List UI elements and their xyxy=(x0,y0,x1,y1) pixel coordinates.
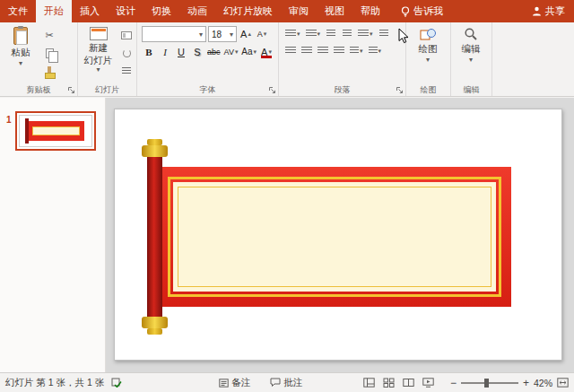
comments-label: 批注 xyxy=(283,377,302,389)
new-slide-dropdown-icon[interactable]: ▾ xyxy=(96,67,100,73)
grow-arrow-icon: ▴ xyxy=(248,30,251,38)
slide-canvas[interactable] xyxy=(106,98,574,372)
columns-button[interactable]: ▾ xyxy=(348,43,365,58)
notes-icon xyxy=(219,379,229,388)
section-button[interactable] xyxy=(118,64,135,79)
shrink-font-icon: A xyxy=(257,30,263,39)
justify-button[interactable] xyxy=(332,43,346,58)
slide-1-thumbnail[interactable] xyxy=(15,111,96,151)
zoom-controls: − + 42% xyxy=(450,378,569,388)
font-name-combo[interactable]: ▾ xyxy=(142,26,206,42)
indent-decrease-button[interactable] xyxy=(324,26,338,41)
editing-group-label: 编辑 xyxy=(451,85,491,95)
notes-label: 备注 xyxy=(231,377,250,389)
tab-review[interactable]: 审阅 xyxy=(281,0,317,22)
font-group-label: 字体 xyxy=(137,85,278,95)
normal-view-button[interactable] xyxy=(363,378,375,388)
reset-slide-button[interactable] xyxy=(118,46,135,61)
spell-check-button[interactable] xyxy=(111,378,122,388)
font-size-dropdown-icon: ▾ xyxy=(230,30,233,39)
drawing-dropdown-icon[interactable]: ▾ xyxy=(426,57,430,63)
slide-counter: 幻灯片 第 1 张，共 1 张 xyxy=(5,377,104,389)
strikethrough-button[interactable]: abc xyxy=(206,44,222,59)
reading-view-button[interactable] xyxy=(403,378,414,388)
indent-increase-icon xyxy=(343,30,352,38)
paste-dropdown-icon[interactable]: ▾ xyxy=(19,61,22,66)
editing-dropdown-icon[interactable]: ▾ xyxy=(469,57,473,63)
align-right-button[interactable] xyxy=(316,43,330,58)
text-direction-button[interactable] xyxy=(377,26,391,41)
format-painter-button[interactable] xyxy=(41,64,57,79)
slide-layout-button[interactable] xyxy=(118,28,135,43)
indent-increase-button[interactable] xyxy=(340,26,354,41)
grow-font-button[interactable]: A▴ xyxy=(239,27,253,42)
tab-file[interactable]: 文件 xyxy=(0,0,36,22)
tab-help[interactable]: 帮助 xyxy=(352,0,388,22)
copy-button[interactable] xyxy=(41,46,57,61)
paste-button[interactable]: 粘贴 ▾ xyxy=(2,25,39,83)
tab-view[interactable]: 视图 xyxy=(317,0,352,22)
character-spacing-button[interactable]: AV▾ xyxy=(223,44,239,59)
slide-editing-surface[interactable] xyxy=(114,109,562,361)
scroll-roller-bottom-cap xyxy=(142,317,168,328)
clipboard-group: 粘贴 ▾ ✂ 剪贴板 xyxy=(0,22,78,96)
line-spacing-button[interactable]: ▾ xyxy=(356,26,375,41)
ribbon-tab-bar: 文件 开始 插入 设计 切换 动画 幻灯片放映 审阅 视图 帮助 告诉我 共享 xyxy=(0,0,574,22)
fit-slide-to-window-button[interactable] xyxy=(557,378,569,388)
zoom-in-button[interactable]: + xyxy=(523,379,529,388)
slide-1-thumbnail-preview xyxy=(19,115,92,147)
paragraph-group-label: 段落 xyxy=(279,85,405,95)
tab-home[interactable]: 开始 xyxy=(36,0,72,22)
tab-design[interactable]: 设计 xyxy=(108,0,144,22)
tab-animations[interactable]: 动画 xyxy=(179,0,215,22)
slide-sorter-button[interactable] xyxy=(383,378,395,388)
tell-me-button[interactable]: 告诉我 xyxy=(394,0,450,22)
bullets-button[interactable]: ▾ xyxy=(283,26,302,41)
paragraph-group: ▾ ▾ ▾ ▾ ▾ 段落 xyxy=(279,22,406,96)
scroll-roller-shape[interactable] xyxy=(147,154,162,319)
slideshow-view-button[interactable] xyxy=(422,378,434,388)
new-slide-icon xyxy=(90,27,108,40)
align-left-icon xyxy=(285,47,296,55)
align-center-button[interactable] xyxy=(300,43,314,58)
scroll-banner-shape[interactable] xyxy=(158,167,511,307)
comments-button[interactable]: 批注 xyxy=(270,377,302,389)
font-dialog-launcher[interactable] xyxy=(268,86,276,94)
spacing-arrow-icon: ▾ xyxy=(235,48,239,56)
align-left-button[interactable] xyxy=(283,43,298,58)
change-case-button[interactable]: Aa▾ xyxy=(240,44,257,59)
format-painter-icon xyxy=(48,66,51,73)
scissors-icon: ✂ xyxy=(45,30,53,41)
section-icon xyxy=(122,67,131,75)
paragraph-dialog-launcher[interactable] xyxy=(396,86,404,94)
numbering-button[interactable]: ▾ xyxy=(304,26,323,41)
bold-button[interactable]: B xyxy=(142,44,156,59)
zoom-slider-thumb[interactable] xyxy=(484,379,489,388)
font-size-combo[interactable]: 18 ▾ xyxy=(208,26,237,42)
clipboard-dialog-launcher[interactable] xyxy=(67,86,75,94)
font-color-button[interactable]: A▾ xyxy=(259,44,274,59)
italic-button[interactable]: I xyxy=(158,44,172,59)
zoom-percentage[interactable]: 42% xyxy=(534,378,552,388)
zoom-out-button[interactable]: − xyxy=(450,379,457,388)
bullets-icon xyxy=(285,30,296,38)
shrink-font-button[interactable]: A▾ xyxy=(255,27,269,42)
share-button[interactable]: 共享 xyxy=(523,0,574,22)
notes-button[interactable]: 备注 xyxy=(219,377,250,389)
tab-insert[interactable]: 插入 xyxy=(72,0,108,22)
text-shadow-button[interactable]: S xyxy=(190,44,204,59)
numbering-icon xyxy=(306,30,317,38)
status-bar: 幻灯片 第 1 张，共 1 张 备注 批注 − + 42% xyxy=(0,372,574,392)
cut-button[interactable]: ✂ xyxy=(41,28,57,43)
underline-button[interactable]: U xyxy=(174,44,188,59)
drawing-button[interactable]: 绘图 ▾ xyxy=(408,25,448,63)
tab-transitions[interactable]: 切换 xyxy=(144,0,179,22)
new-slide-button[interactable]: 新建 幻灯片 ▾ xyxy=(80,25,117,83)
editing-button[interactable]: 编辑 ▾ xyxy=(453,25,489,63)
zoom-slider[interactable] xyxy=(461,382,518,384)
text-direction-icon xyxy=(379,30,388,38)
layout-icon xyxy=(121,31,132,39)
clipboard-group-label: 剪贴板 xyxy=(0,85,77,95)
convert-smartart-button[interactable]: ▾ xyxy=(367,43,384,58)
tab-slideshow[interactable]: 幻灯片放映 xyxy=(215,0,281,22)
